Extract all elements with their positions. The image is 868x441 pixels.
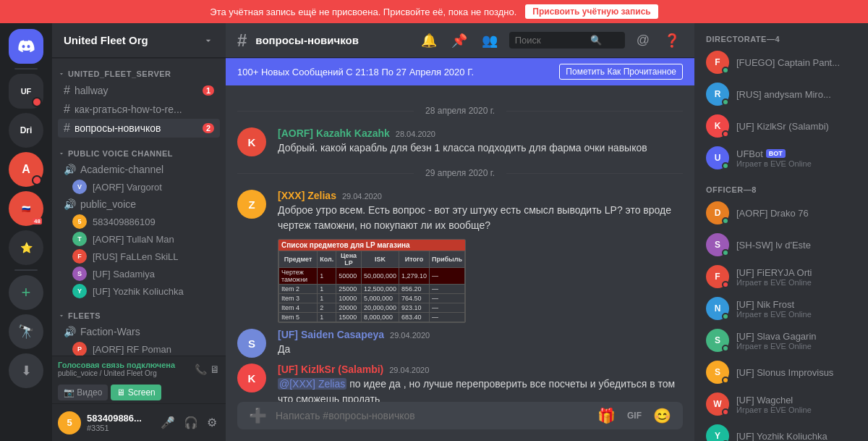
emoji-button[interactable]: 😊 xyxy=(650,404,674,427)
server-uf-icon[interactable]: UF xyxy=(9,74,43,109)
member-ufbot[interactable]: U UFBot BOT Играет в EVE Online xyxy=(700,142,862,174)
date-divider-28: 28 апреля 2020 г. xyxy=(237,106,683,116)
message-author-kazahk: [AORF] Kazahk Kazahk xyxy=(278,127,390,139)
channel-hallway[interactable]: # hallway 1 xyxy=(58,81,220,100)
pin-icon[interactable]: 📌 xyxy=(448,30,470,51)
mute-button[interactable]: 🎤 xyxy=(158,413,178,432)
member-avatar-nik: N xyxy=(706,297,729,320)
explore-servers-icon[interactable]: 🔭 xyxy=(9,314,43,349)
search-box[interactable]: 🔍 xyxy=(509,32,625,49)
message-header-kazahk: [AORF] Kazahk Kazahk 28.04.2020 xyxy=(278,127,683,139)
claim-account-button[interactable]: Присвоить учётную запись xyxy=(525,4,658,19)
help-icon[interactable]: ❓ xyxy=(661,30,683,51)
add-attachment-button[interactable]: ➕ xyxy=(246,404,270,427)
mark-read-button[interactable]: Пометить Как Прочитанное xyxy=(559,64,683,80)
member-avatar-slava: S xyxy=(706,329,729,352)
message-text-kizlksr: @[XXX] Zelias по идее да , но лучше пере… xyxy=(278,377,683,402)
message-time-kizlksr: 29.04.2020 xyxy=(389,366,429,374)
voice-member-sadamiya[interactable]: S [UF] Sadamiya xyxy=(52,265,226,282)
category-public-voice[interactable]: PUBLIC VOICE CHANNEL xyxy=(52,138,226,161)
member-fieryja[interactable]: F [UF] FiERYJA Orti Играет в EVE Online xyxy=(700,261,862,293)
at-icon[interactable]: @ xyxy=(634,30,652,51)
mention-zelias[interactable]: @[XXX] Zelias xyxy=(278,378,346,390)
voice-member-tullan[interactable]: T [AORF] TullaN Man xyxy=(52,230,226,248)
video-button[interactable]: 📷 Видео xyxy=(58,385,108,400)
server-ru-icon[interactable]: 🇷🇺 48 xyxy=(9,191,43,226)
add-server-icon[interactable]: + xyxy=(9,275,43,310)
hash-icon: # xyxy=(64,84,70,97)
voice-member-583[interactable]: 5 583409886109 xyxy=(52,213,226,230)
avatar-sadamiya: S xyxy=(72,266,87,281)
server-header[interactable]: United Fleet Org xyxy=(52,23,226,58)
message-input[interactable] xyxy=(276,402,589,429)
server-dri-icon[interactable]: Dri xyxy=(9,113,43,148)
banner-text: Эта учётная запись ещё не присвоена. При… xyxy=(210,7,516,17)
message-group-zelias-1: Z [XXX] Zelias 29.04.2020 Доброе утро вс… xyxy=(226,187,694,326)
voice-status-text: Голосовая связь подключена xyxy=(58,361,175,369)
category-fleets[interactable]: FLEETS xyxy=(52,300,226,323)
voice-screen-icon[interactable]: 🖥 xyxy=(210,364,220,375)
member-fuego[interactable]: F [FUEGO] Captain Pant... xyxy=(700,46,862,78)
server-badge-icon[interactable]: A xyxy=(9,152,43,187)
voice-public[interactable]: 🔊 public_voice xyxy=(58,196,220,213)
discord-home-icon[interactable] xyxy=(9,29,43,64)
message-author-kizlksr: [UF] KizlkSr (Salambi) xyxy=(278,364,383,375)
avatar-saiden-1: S xyxy=(237,329,266,358)
message-header-saiden-1: [UF] Saiden Casapeya 29.04.2020 xyxy=(278,329,683,340)
voice-member-poman[interactable]: P [AORF] RF Poman xyxy=(52,340,226,356)
speaker-icon: 🔊 xyxy=(64,164,76,175)
member-shsw[interactable]: S [SH-SW] lv d'Este xyxy=(700,229,862,261)
member-yozhik-right[interactable]: Y [UF] Yozhik Koliuchka xyxy=(700,420,862,441)
member-avatar-fuego: F xyxy=(706,51,729,74)
search-input[interactable] xyxy=(515,35,587,46)
gif-button[interactable]: GIF xyxy=(624,404,644,427)
messages-area: 28 апреля 2020 г. K [AORF] Kazahk Kazahk… xyxy=(226,85,694,402)
download-icon[interactable]: ⬇ xyxy=(9,353,43,388)
settings-button[interactable]: ⚙ xyxy=(204,413,220,432)
channel-kak[interactable]: # как-ргаться-how-to-re... xyxy=(58,100,220,119)
message-time-zelias-1: 29.04.2020 xyxy=(342,192,382,201)
voice-member-vargorot[interactable]: V [AORF] Vargorot xyxy=(52,178,226,196)
voice-status-bar: Голосовая связь подключена public_voice … xyxy=(52,356,226,382)
member-drako[interactable]: D [AORF] Drako 76 xyxy=(700,197,862,229)
gift-button[interactable]: 🎁 xyxy=(595,404,618,427)
member-slonus[interactable]: S [UF] Slonus Improvisus xyxy=(700,356,862,388)
member-wagchel[interactable]: W [UF] Wagchel Играет в EVE Online xyxy=(700,388,862,420)
server-icon-bar: UF Dri A 🇷🇺 48 ⭐ + 🔭 ⬇ xyxy=(0,23,52,441)
voice-disconnect-icon[interactable]: 📞 xyxy=(195,364,207,375)
message-text-zelias-1: Доброе утро всем. Есть вопрос - вот эту … xyxy=(278,203,683,233)
category-directorate: DIRECTORATE—4 xyxy=(694,23,868,46)
voice-faction-wars[interactable]: 🔊 Faction-Wars xyxy=(58,323,220,340)
new-messages-banner: 100+ Новых Сообщений С 21:18 По 27 Апрел… xyxy=(226,58,694,85)
deafen-button[interactable]: 🎧 xyxy=(181,413,201,432)
members-icon[interactable]: 👥 xyxy=(479,30,501,51)
speaker-icon-2: 🔊 xyxy=(64,198,76,210)
message-content-kizlksr: [UF] KizlkSr (Salambi) 29.04.2020 @[XXX]… xyxy=(278,364,683,402)
avatar-tullan: T xyxy=(72,232,87,246)
voice-academic[interactable]: 🔊 Academic-channel xyxy=(58,161,220,178)
voice-member-fallen[interactable]: F [RUS] FaLLen SkiLL xyxy=(52,248,226,265)
bot-badge: BOT xyxy=(766,149,786,158)
message-header-zelias-1: [XXX] Zelias 29.04.2020 xyxy=(278,190,683,201)
member-nik-frost[interactable]: N [UF] Nik Frost Играет в EVE Online xyxy=(700,293,862,324)
member-slava[interactable]: S [UF] Slava Gagarin Играет в EVE Online xyxy=(700,324,862,356)
member-andysam[interactable]: R [RUS] andysam Miro... xyxy=(700,78,862,110)
message-group-kizlksr: K [UF] KizlkSr (Salambi) 29.04.2020 @[XX… xyxy=(226,361,694,402)
screen-share-button[interactable]: 🖥 Screen xyxy=(111,385,161,400)
message-time-kazahk: 28.04.2020 xyxy=(396,130,435,138)
input-action-buttons: 🎁 GIF 😊 xyxy=(595,404,674,427)
image-attachment: Список предметов для LP магазина Предмет… xyxy=(278,239,567,323)
user-info: 583409886... #3351 xyxy=(87,413,152,432)
server-star-icon[interactable]: ⭐ xyxy=(9,230,43,265)
voice-member-yozhik[interactable]: Y [UF] Yozhik Koliuchka xyxy=(52,282,226,300)
category-united-fleet[interactable]: UNITED_FLEET_SERVER xyxy=(52,58,226,81)
message-header-kizlksr: [UF] KizlkSr (Salambi) 29.04.2020 xyxy=(278,364,683,375)
notification-icon[interactable]: 🔔 xyxy=(418,30,440,51)
hash-icon-2: # xyxy=(64,103,70,116)
channel-header-name: вопросы-новичков xyxy=(255,34,359,46)
member-kizlksr-right[interactable]: K [UF] KizlkSr (Salambi) xyxy=(700,110,862,142)
message-time-saiden-1: 29.04.2020 xyxy=(390,331,430,340)
speaker-icon-3: 🔊 xyxy=(64,326,76,337)
date-divider-29: 29 апреля 2020 г. xyxy=(237,168,683,178)
channel-voprosy[interactable]: # вопросы-новичков 2 xyxy=(58,119,220,138)
